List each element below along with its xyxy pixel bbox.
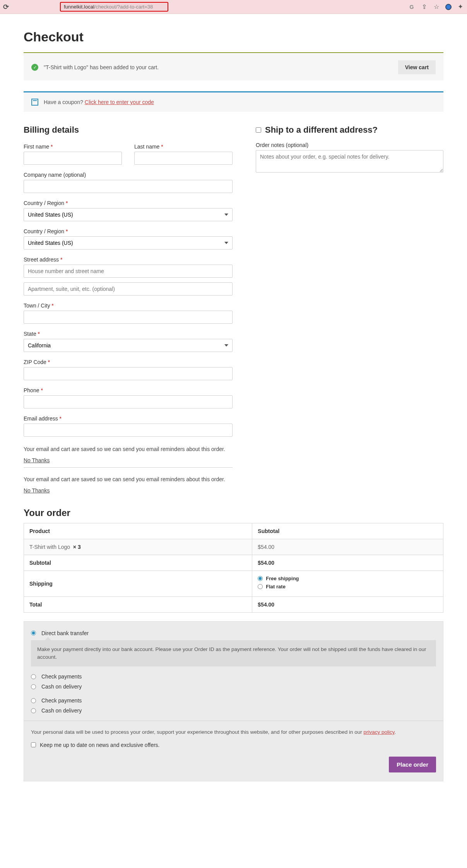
pay-check-radio[interactable] [31, 674, 36, 679]
first-name-label: First name * [24, 144, 122, 150]
shipping-label: Shipping [24, 571, 252, 596]
browser-icons: G ⇪ ☆ ✦ [408, 3, 464, 10]
last-name-label: Last name * [134, 144, 233, 150]
total-label: Total [24, 596, 252, 612]
check-icon: ✓ [31, 64, 38, 71]
notice-text: "T-Shirt with Logo" has been added to yo… [44, 64, 398, 70]
street-label: Street address * [24, 256, 233, 263]
coupon-bar: Have a coupon? Click here to enter your … [24, 91, 443, 112]
ship-free-radio[interactable] [258, 576, 263, 581]
zip-input[interactable] [24, 367, 233, 380]
country-label: Country / Region * [24, 200, 233, 206]
no-thanks-link-1[interactable]: No Thanks [24, 457, 50, 463]
pay-check-label: Check payments [41, 673, 82, 680]
line-subtotal: $54.00 [252, 539, 443, 555]
order-notes-label: Order notes (optional) [256, 142, 443, 148]
order-notes-textarea[interactable] [256, 150, 443, 173]
city-label: Town / City * [24, 302, 233, 309]
product-qty: × 3 [73, 544, 81, 550]
pay-cod2-option[interactable]: Cash on delivery [31, 707, 436, 714]
first-name-input[interactable] [24, 152, 122, 165]
country-label-2: Country / Region * [24, 228, 233, 234]
subtotal-label: Subtotal [24, 555, 252, 571]
bookmark-star-icon[interactable]: ☆ [433, 3, 440, 10]
subtotal-value: $54.00 [252, 555, 443, 571]
billing-column: Billing details First name * Last name *… [24, 125, 233, 497]
pay-bank-radio[interactable] [31, 630, 36, 636]
google-icon[interactable]: G [408, 3, 415, 10]
product-name: T-Shirt with Logo [29, 544, 70, 550]
coupon-prompt: Have a coupon? Click here to enter your … [44, 99, 154, 105]
cart-notice: ✓ "T-Shirt with Logo" has been added to … [24, 53, 443, 80]
email-label: Email address * [24, 415, 233, 422]
street2-input[interactable] [24, 282, 233, 296]
coupon-prompt-text: Have a coupon? [44, 99, 83, 105]
company-label: Company name (optional) [24, 172, 233, 178]
privacy-text: Your personal data will be used to proce… [31, 728, 436, 736]
pay-cod-option[interactable]: Cash on delivery [31, 683, 436, 690]
pay-bank-option[interactable]: Direct bank transfer [31, 630, 436, 636]
pay-check2-radio[interactable] [31, 698, 36, 703]
col-subtotal: Subtotal [252, 523, 443, 539]
shipping-options: Free shipping Flat rate [252, 571, 443, 596]
phone-input[interactable] [24, 395, 233, 408]
url-bar[interactable]: funnelkit.local/checkout/?add-to-cart=38 [60, 2, 168, 12]
newsletter-label: Keep me up to date on news and exclusive… [40, 742, 160, 748]
ship-free-option[interactable]: Free shipping [258, 576, 438, 581]
order-table: Product Subtotal T-Shirt with Logo × 3 $… [24, 523, 443, 613]
pay-check2-option[interactable]: Check payments [31, 697, 436, 704]
ship-flat-radio[interactable] [258, 584, 263, 589]
country-select-2[interactable]: United States (US) [24, 236, 233, 249]
table-row: T-Shirt with Logo × 3 $54.00 [24, 539, 443, 555]
page-content: Checkout ✓ "T-Shirt with Logo" has been … [12, 14, 455, 797]
pay-cod2-label: Cash on delivery [41, 707, 82, 714]
col-product: Product [24, 523, 252, 539]
ship-flat-option[interactable]: Flat rate [258, 584, 438, 589]
newsletter-opt[interactable]: Keep me up to date on news and exclusive… [31, 742, 436, 748]
order-heading: Your order [24, 507, 443, 518]
ship-different-checkbox[interactable] [256, 127, 261, 133]
ship-different-heading[interactable]: Ship to a different address? [256, 125, 443, 135]
profile-icon[interactable] [445, 4, 452, 10]
no-thanks-link-2[interactable]: No Thanks [24, 487, 50, 494]
reload-icon[interactable]: ⟳ [3, 3, 9, 11]
shipping-column: Ship to a different address? Order notes… [256, 125, 443, 497]
privacy-policy-link[interactable]: privacy policy [364, 729, 395, 735]
state-select[interactable]: California [24, 339, 233, 352]
pay-cod-label: Cash on delivery [41, 683, 82, 690]
share-icon[interactable]: ⇪ [421, 3, 428, 10]
pay-bank-label: Direct bank transfer [41, 630, 89, 636]
pay-bank-desc: Make your payment directly into our bank… [31, 640, 436, 667]
billing-heading: Billing details [24, 125, 233, 135]
url-path: /checkout/?add-to-cart=38 [94, 4, 153, 10]
view-cart-button[interactable]: View cart [398, 60, 436, 74]
email-input[interactable] [24, 424, 233, 437]
coupon-icon [31, 99, 38, 106]
zip-label: ZIP Code * [24, 359, 233, 365]
ship-different-label: Ship to a different address? [265, 125, 378, 135]
company-input[interactable] [24, 180, 233, 193]
country-select[interactable]: United States (US) [24, 208, 233, 221]
last-name-input[interactable] [134, 152, 233, 165]
extensions-icon[interactable]: ✦ [457, 3, 464, 10]
payment-divider [24, 721, 443, 721]
email-reminder-note-1: Your email and cart are saved so we can … [24, 444, 233, 468]
newsletter-checkbox[interactable] [31, 742, 36, 747]
total-value: $54.00 [252, 596, 443, 612]
email-reminder-note-2: Your email and cart are saved so we can … [24, 474, 233, 497]
browser-toolbar: ⟳ funnelkit.local/checkout/?add-to-cart=… [0, 0, 467, 14]
url-domain: funnelkit.local [64, 4, 94, 10]
state-label: State * [24, 331, 233, 337]
street-input[interactable] [24, 265, 233, 278]
page-title: Checkout [24, 29, 443, 44]
place-order-button[interactable]: Place order [389, 757, 436, 772]
pay-check-option[interactable]: Check payments [31, 673, 436, 680]
payment-box: Direct bank transfer Make your payment d… [24, 621, 443, 781]
pay-cod2-radio[interactable] [31, 708, 36, 713]
pay-cod-radio[interactable] [31, 684, 36, 689]
pay-check2-label: Check payments [41, 697, 82, 704]
city-input[interactable] [24, 311, 233, 324]
coupon-link[interactable]: Click here to enter your code [85, 99, 154, 105]
phone-label: Phone * [24, 387, 233, 393]
